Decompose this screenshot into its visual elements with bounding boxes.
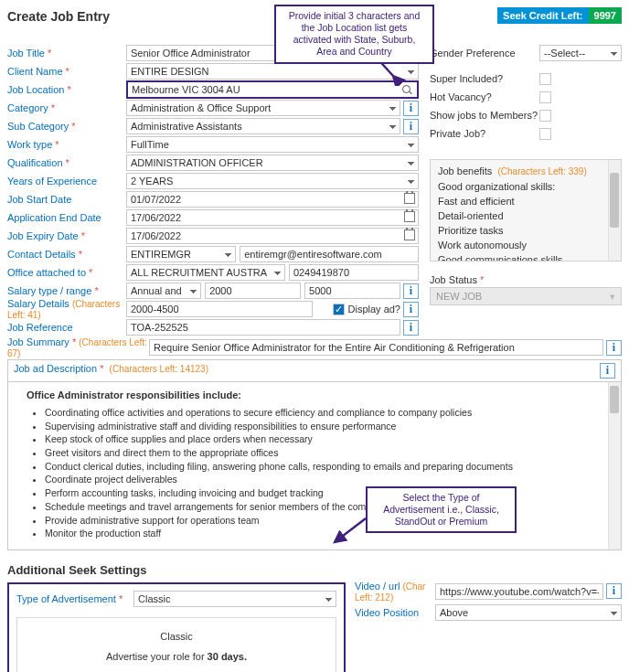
svg-line-1: [335, 518, 366, 542]
job-location-label: Job Location: [7, 84, 126, 95]
seek-credit-badge: Seek Credit Left: 9997: [497, 7, 622, 24]
qualification-label: Qualification: [7, 157, 126, 168]
work-type-select[interactable]: FullTime: [126, 136, 419, 153]
salary-details-label: Salary Details (Characters Left: 41): [7, 298, 126, 320]
show-label: Show jobs to Members?: [430, 110, 539, 121]
category-label: Category: [7, 102, 126, 113]
list-item: Good communications skills: [438, 253, 613, 261]
gender-select[interactable]: --Select--: [539, 45, 622, 61]
sub-category-select[interactable]: Administrative Assistants: [126, 118, 400, 134]
ad-type-label: Type of Advertisement: [16, 593, 133, 604]
description-editor[interactable]: Office Administrator responsibilities in…: [7, 382, 622, 550]
summary-input[interactable]: [149, 339, 603, 356]
list-item: Conduct clerical duties, including filin…: [45, 460, 613, 474]
description-heading: Office Administrator responsibilities in…: [27, 389, 613, 400]
scrollbar[interactable]: [608, 160, 621, 261]
list-item: Good organizational skills:: [438, 180, 613, 195]
sub-category-label: Sub Category: [7, 121, 126, 132]
start-date-label: Job Start Date: [7, 194, 126, 205]
ad-type-select[interactable]: Classic: [133, 591, 336, 607]
experience-select[interactable]: 2 YEARS: [126, 173, 419, 189]
work-type-label: Work type: [7, 139, 126, 150]
reference-label: Job Reference: [7, 322, 126, 333]
salary-type-select[interactable]: Annual and co…: [126, 283, 201, 299]
private-label: Private Job?: [430, 128, 539, 139]
list-item: Work autonomously: [438, 239, 613, 253]
scrollbar[interactable]: [608, 382, 621, 549]
benefits-label: Job benefits: [438, 165, 492, 176]
list-item: Prioritize tasks: [438, 224, 613, 239]
page-title: Create Job Entry: [7, 7, 110, 24]
list-item: Schedule meetings and travel arrangement…: [45, 500, 613, 514]
client-name-label: Client Name: [7, 66, 126, 77]
info-icon[interactable]: i: [403, 302, 419, 317]
office-select[interactable]: ALL RECRUITMENT AUSTRALIA: [126, 264, 285, 281]
list-item: Keep stock of office supplies and place …: [45, 432, 613, 446]
start-date-input[interactable]: [126, 191, 419, 208]
info-icon[interactable]: i: [606, 583, 622, 599]
hot-label: Hot Vacancy?: [430, 91, 539, 102]
summary-label: Job Summary (Characters Left: 67): [7, 336, 149, 358]
salary-details-input[interactable]: [126, 301, 313, 317]
ad-card: Classic Advertise your role for 30 days.…: [16, 617, 336, 672]
video-url-label: Video / url (Char Left: 212): [355, 581, 435, 603]
status-select: NEW JOB▾: [430, 287, 622, 305]
private-checkbox[interactable]: [539, 128, 551, 140]
list-item: Supervising administrative staff and div…: [45, 420, 613, 433]
status-label: Job Status: [430, 274, 622, 285]
credit-value: 9997: [589, 7, 622, 24]
app-end-input[interactable]: [126, 209, 419, 226]
additional-heading: Additional Seek Settings: [7, 563, 622, 577]
salary-min-input[interactable]: [205, 283, 301, 299]
office-label: Office attached to: [7, 267, 126, 278]
benefits-list: Good organizational skills:Fast and effi…: [438, 180, 613, 261]
info-icon[interactable]: i: [606, 340, 622, 356]
expiry-label: Job Expiry Date: [7, 230, 126, 241]
ad-card-title: Classic: [25, 631, 328, 642]
job-title-label: Job Title: [7, 48, 126, 59]
qualification-select[interactable]: ADMINISTRATION OFFICER: [126, 155, 419, 171]
video-pos-select[interactable]: Above: [435, 604, 622, 621]
description-label: Job ad Description (Characters Left: 141…: [14, 363, 208, 379]
hot-checkbox[interactable]: [539, 91, 551, 103]
super-label: Super Included?: [430, 73, 539, 84]
callout-location: Provide initial 3 characters and the Job…: [274, 5, 434, 64]
list-item: Detail-oriented: [438, 209, 613, 224]
show-checkbox[interactable]: [539, 110, 551, 122]
video-url-input[interactable]: [435, 583, 603, 600]
info-icon[interactable]: i: [403, 101, 419, 116]
display-ad-label: Display ad?: [348, 304, 400, 315]
info-icon[interactable]: i: [403, 119, 419, 134]
info-icon[interactable]: i: [403, 320, 419, 336]
list-item: Coordinate project deliverables: [45, 473, 613, 486]
app-end-label: Application End Date: [7, 212, 126, 223]
info-icon[interactable]: i: [403, 283, 419, 299]
video-pos-label: Video Position: [355, 607, 435, 618]
office-phone-input[interactable]: [289, 264, 419, 281]
reference-input[interactable]: [126, 319, 400, 336]
search-icon[interactable]: [402, 85, 412, 95]
contact-label: Contact Details: [7, 249, 126, 260]
experience-label: Years of Experience: [7, 176, 126, 187]
contact-select[interactable]: ENTIREMGR: [126, 246, 236, 262]
contact-email-input[interactable]: [240, 246, 419, 262]
calendar-icon[interactable]: [404, 211, 415, 222]
callout-ad-type: Select the Type of Advertisement i.e., C…: [366, 486, 517, 533]
calendar-icon[interactable]: [404, 193, 415, 204]
list-item: Greet visitors and direct them to the ap…: [45, 446, 613, 460]
ad-type-panel: Type of AdvertisementClassic Classic Adv…: [7, 582, 346, 672]
calendar-icon[interactable]: [404, 229, 415, 240]
super-checkbox[interactable]: [539, 73, 551, 85]
salary-max-input[interactable]: [304, 283, 400, 299]
description-bullets: Coordinating office activities and opera…: [32, 406, 613, 540]
category-select[interactable]: Administration & Office Support: [126, 100, 400, 116]
credit-label: Seek Credit Left:: [497, 7, 588, 24]
expiry-input[interactable]: [126, 228, 419, 244]
gender-label: Gender Preference: [430, 48, 539, 59]
job-location-value: Melbourne VIC 3004 AU: [132, 84, 240, 95]
benefits-panel: Job benefits (Characters Left: 339) Good…: [430, 159, 622, 261]
salary-label: Salary type / range: [7, 285, 126, 296]
display-ad-checkbox[interactable]: ✓: [333, 304, 345, 315]
list-item: Perform accounting tasks, including invo…: [45, 486, 613, 500]
info-icon[interactable]: i: [600, 363, 615, 379]
